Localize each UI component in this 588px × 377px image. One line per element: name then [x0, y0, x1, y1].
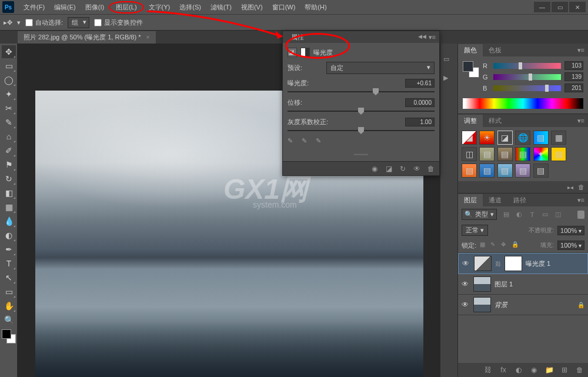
menu-edit[interactable]: 编辑(E) [49, 1, 81, 14]
subwindow-close-button[interactable]: ✕ [569, 2, 586, 12]
eraser-tool[interactable]: ◧ [2, 186, 16, 199]
panel-menu-icon[interactable]: ▾≡ [574, 196, 588, 204]
layer-style-icon[interactable]: fx [499, 365, 508, 375]
eyedropper-gray-icon[interactable]: ✎ [302, 137, 311, 146]
marquee-tool[interactable]: ▭ [2, 59, 16, 72]
layers-tab[interactable]: 图层 [458, 194, 483, 206]
layer-thumbnail[interactable] [473, 276, 491, 292]
menu-file[interactable]: 文件(F) [19, 1, 49, 14]
filter-toggle[interactable] [577, 211, 584, 219]
offset-value[interactable]: 0.0000 [405, 98, 435, 107]
lock-position-icon[interactable]: ✥ [501, 241, 509, 249]
layer-row[interactable]: 👁 背景 🔒 [458, 295, 588, 315]
opacity-value[interactable]: 100% ▾ [557, 226, 584, 235]
visibility-toggle-icon[interactable]: 👁 [462, 301, 470, 309]
subwindow-minimize-button[interactable]: — [534, 2, 550, 12]
color-lookup-adjustment[interactable]: ✦ [533, 147, 549, 161]
reset-icon[interactable]: ↻ [398, 164, 407, 174]
exposure-value[interactable]: +0.61 [405, 79, 435, 88]
menu-view[interactable]: 视图(V) [236, 1, 268, 14]
eyedropper-white-icon[interactable]: ✎ [316, 137, 325, 146]
visibility-toggle-icon[interactable]: 👁 [462, 280, 470, 288]
preset-dropdown[interactable]: 自定▾ [326, 62, 435, 74]
link-layers-icon[interactable]: ⛓ [483, 365, 493, 375]
mask-link-icon[interactable]: ⛓ [495, 261, 501, 267]
channel-mixer-adjustment[interactable]: ▤ [515, 147, 530, 161]
fill-value[interactable]: 100% ▾ [557, 241, 584, 250]
clip-to-layer-icon[interactable]: ◉ [370, 164, 379, 174]
g-value[interactable]: 139 [564, 72, 583, 81]
bw-adjustment[interactable]: ▤ [479, 147, 495, 161]
layer-mask-icon[interactable]: ◐ [514, 365, 523, 375]
layer-name[interactable]: 图层 1 [495, 280, 584, 289]
hue-adjustment[interactable]: ▦ [551, 131, 566, 145]
subwindow-maximize-button[interactable]: ▭ [552, 2, 568, 12]
trash-icon[interactable]: 🗑 [578, 184, 584, 191]
healing-brush-tool[interactable]: ⌂ [2, 130, 16, 143]
filter-adjustment-icon[interactable]: ◐ [514, 210, 524, 219]
swatches-tab[interactable]: 色板 [483, 44, 507, 56]
panel-menu-icon[interactable]: ▾≡ [574, 46, 588, 54]
menu-layer[interactable]: 图层(L) [109, 1, 143, 14]
eyedropper-tool[interactable]: ✎ [2, 116, 16, 129]
delete-layer-icon[interactable]: 🗑 [575, 365, 584, 375]
menu-window[interactable]: 窗口(W) [268, 1, 300, 14]
exposure-adjustment[interactable]: 🌐 [515, 131, 530, 145]
gamma-slider[interactable] [288, 130, 435, 131]
r-slider[interactable] [493, 63, 561, 69]
panel-menu-icon[interactable]: ▾≡ [574, 117, 588, 125]
spectrum-picker[interactable] [463, 98, 583, 109]
filter-type-icon[interactable]: T [527, 210, 537, 219]
color-tab[interactable]: 颜色 [458, 44, 483, 56]
show-transform-checkbox[interactable]: 显示变换控件 [94, 18, 143, 27]
layer-filter-dropdown[interactable]: 🔍 类型 ▾ [462, 209, 497, 220]
new-layer-icon[interactable]: ⊞ [560, 365, 569, 375]
gradient-tool[interactable]: ▦ [2, 201, 16, 213]
layer-row[interactable]: 👁 ⛓ 曝光度 1 [458, 253, 588, 274]
gradient-map-adjustment[interactable]: ▤ [497, 164, 513, 178]
foreground-color-swatch[interactable] [2, 329, 11, 339]
levels-adjustment[interactable]: ☀ [479, 131, 495, 145]
layer-thumbnail[interactable] [474, 256, 492, 271]
properties-tab[interactable]: 属性 [286, 32, 309, 43]
properties-panel-header[interactable]: 属性 ◀◀ ▾≡ [283, 31, 439, 43]
color-panel-swatches[interactable] [463, 61, 479, 78]
history-panel-icon[interactable]: ▭ [443, 55, 455, 67]
curves-adjustment[interactable]: ◪ [497, 131, 513, 145]
menu-image[interactable]: 图像(I) [81, 1, 109, 14]
invert-adjustment[interactable]: ▤ [551, 147, 566, 161]
delete-icon[interactable]: 🗑 [426, 164, 436, 174]
r-value[interactable]: 103 [564, 61, 583, 70]
photo-filter-adjustment[interactable]: ▤ [497, 147, 513, 161]
lock-image-icon[interactable]: ✎ [490, 241, 499, 249]
dodge-tool[interactable]: ◐ [2, 229, 16, 242]
lock-transparent-icon[interactable]: ▦ [480, 241, 488, 249]
color-balance-adjustment[interactable]: ◫ [462, 147, 477, 161]
layer-name[interactable]: 曝光度 1 [526, 259, 584, 268]
lasso-tool[interactable]: ◯ [2, 74, 16, 86]
color-swatches[interactable] [2, 329, 16, 343]
zoom-tool[interactable]: 🔍 [2, 313, 16, 326]
menu-help[interactable]: 帮助(H) [300, 1, 331, 14]
posterize-adjustment[interactable]: ▤ [462, 164, 477, 178]
b-slider[interactable] [493, 85, 561, 91]
threshold-adjustment[interactable]: ▤ [479, 164, 495, 178]
brightness-adjustment[interactable]: ◢ [462, 131, 477, 145]
b-value[interactable]: 201 [564, 84, 583, 92]
dropdown-arrow-icon[interactable]: ▾ [17, 19, 21, 26]
panel-collapse-icon[interactable]: ◀◀ [418, 34, 426, 41]
selective-color-adjustment[interactable]: ▤ [515, 164, 530, 178]
adjustments-tab[interactable]: 调整 [458, 115, 483, 127]
menu-filter[interactable]: 滤镜(T) [206, 1, 236, 14]
type-tool[interactable]: T [2, 257, 16, 270]
path-selection-tool[interactable]: ↖ [2, 271, 16, 284]
blur-tool[interactable]: 💧 [2, 215, 16, 228]
hand-tool[interactable]: ✋ [2, 299, 16, 312]
mask-thumbnail[interactable] [505, 256, 522, 271]
menu-select[interactable]: 选择(S) [175, 1, 206, 14]
layer-thumbnail[interactable] [473, 297, 491, 312]
menu-type[interactable]: 文字(Y) [144, 1, 175, 14]
layer-name[interactable]: 背景 [495, 301, 574, 309]
fg-color-swatch[interactable] [463, 61, 473, 72]
document-tab[interactable]: 照片 282.jpg @ 50% (曝光度 1, RGB/8) * × [18, 31, 156, 44]
